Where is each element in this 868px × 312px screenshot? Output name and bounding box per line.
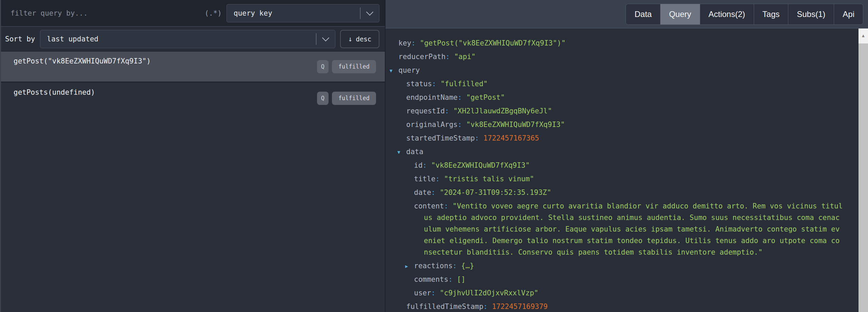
tree-key: data <box>406 148 423 156</box>
tree-value: "c9jhvUlI2dOjxvRxxlVzp" <box>440 289 538 297</box>
select-divider <box>360 7 360 19</box>
tree-colon: : <box>453 262 457 270</box>
scrollbar[interactable]: ▲ <box>859 29 868 312</box>
sort-field-select[interactable]: last updated <box>40 30 335 48</box>
tree-value: "Ventito voveo aegre curto avaritia blan… <box>424 202 843 256</box>
tree-key: date <box>414 188 431 197</box>
tree-key: endpointName <box>406 93 458 102</box>
tree-key: content <box>414 202 444 210</box>
tree-row-content: content: "Ventito voveo aegre curto avar… <box>386 200 843 258</box>
expander-expanded-icon[interactable]: ▼ <box>397 146 400 158</box>
tree-colon: : <box>444 202 449 210</box>
rtk-query-devtools: (.*) query key Sort by last updated ↓ de… <box>0 0 868 312</box>
tree-colon: : <box>432 80 436 88</box>
sort-direction-label: desc <box>356 35 371 43</box>
tree-colon: : <box>435 175 440 183</box>
tree-value: [] <box>457 275 465 283</box>
tab-actions[interactable]: Actions(2) <box>700 4 754 24</box>
tree-value: "vk8EeZXWHIQuWD7fXq9I3" <box>466 121 565 129</box>
badges: Q fulfilled <box>317 52 376 81</box>
filter-by-select-value: query key <box>227 9 360 17</box>
tree-row-reducerPath: reducerPath: "api" <box>386 51 843 62</box>
tree-key: requestId <box>406 107 445 115</box>
tree-row-comments: comments: [] <box>386 274 843 285</box>
tree-colon: : <box>411 39 416 47</box>
query-label: getPosts(undefined) <box>14 88 95 96</box>
tree-value: "api" <box>454 53 475 61</box>
tab-strip: Data Query Actions(2) Tags Subs(1) Api <box>386 0 868 29</box>
tab-data[interactable]: Data <box>626 4 660 24</box>
tree-row-requestId: requestId: "XH2lJlauwdZBgqBNy6eJl" <box>386 105 843 117</box>
chevron-down-icon <box>322 34 329 41</box>
chevron-down-icon <box>366 8 373 16</box>
query-list: getPost("vk8EeZXWHIQuWD7fXq9I3") Q fulfi… <box>1 51 385 312</box>
tab-subs[interactable]: Subs(1) <box>788 4 834 24</box>
tree-row-reactions[interactable]: ▶ reactions: {…} <box>386 260 843 272</box>
regex-toggle-button[interactable]: (.*) <box>204 9 222 17</box>
tab-query[interactable]: Query <box>660 4 699 24</box>
scrollbar-up-icon[interactable]: ▲ <box>859 29 868 42</box>
query-list-item-getPosts[interactable]: getPosts(undefined) Q fulfilled <box>1 82 385 113</box>
query-status-badge: fulfilled <box>332 60 376 73</box>
tree-colon: : <box>484 302 488 311</box>
json-tree: key: "getPost("vk8EeZXWHIQuWD7fXq9I3")" … <box>386 29 859 312</box>
expander-collapsed-icon[interactable]: ▶ <box>405 260 408 272</box>
tree-key: originalArgs <box>406 121 458 129</box>
tab-tags[interactable]: Tags <box>754 4 788 24</box>
tab-group: Data Query Actions(2) Tags Subs(1) Api <box>626 4 863 25</box>
sort-bar: Sort by last updated ↓ desc <box>1 27 385 51</box>
tab-api[interactable]: Api <box>834 4 863 24</box>
query-type-badge: Q <box>317 60 329 73</box>
tree-key: title <box>414 175 435 183</box>
filter-by-select[interactable]: query key <box>226 4 379 22</box>
tree-row-originalArgs: originalArgs: "vk8EeZXWHIQuWD7fXq9I3" <box>386 119 843 130</box>
scrollbar-thumb[interactable] <box>859 43 868 312</box>
query-inspector: key: "getPost("vk8EeZXWHIQuWD7fXq9I3")" … <box>386 29 868 312</box>
tree-row-data[interactable]: ▼ data <box>386 146 843 158</box>
tree-colon: : <box>445 107 449 115</box>
tree-key: reducerPath <box>398 53 446 61</box>
tree-key: key <box>398 39 411 47</box>
query-label: getPost("vk8EeZXWHIQuWD7fXq9I3") <box>14 57 151 65</box>
tree-row-user: user: "c9jhvUlI2dOjxvRxxlVzp" <box>386 287 843 299</box>
tree-value: "fulfilled" <box>440 80 488 88</box>
tree-row-key: key: "getPost("vk8EeZXWHIQuWD7fXq9I3")" <box>386 37 843 49</box>
tree-row-status: status: "fulfilled" <box>386 78 843 90</box>
tree-row-query[interactable]: ▼ query <box>386 65 843 76</box>
tree-value: "tristis talis vinum" <box>444 175 534 183</box>
tree-colon: : <box>448 275 453 283</box>
query-type-badge: Q <box>317 92 329 105</box>
tree-colon: : <box>446 53 450 61</box>
filter-bar: (.*) query key <box>1 0 385 27</box>
tree-value: "XH2lJlauwdZBgqBNy6eJl" <box>453 107 552 115</box>
arrow-down-icon: ↓ <box>348 35 353 43</box>
tree-row-endpointName: endpointName: "getPost" <box>386 92 843 103</box>
badges: Q fulfilled <box>317 83 376 113</box>
tree-value: 1722457167365 <box>484 134 539 142</box>
tree-row-fulfilledTimeStamp: fulfilledTimeStamp: 1722457169379 <box>386 301 843 312</box>
inspector-panel: Data Query Actions(2) Tags Subs(1) Api k… <box>386 0 868 312</box>
filter-query-input[interactable] <box>11 9 204 17</box>
query-list-item-getPost[interactable]: getPost("vk8EeZXWHIQuWD7fXq9I3") Q fulfi… <box>1 51 385 82</box>
tree-colon: : <box>431 188 436 197</box>
tree-row-title: title: "tristis talis vinum" <box>386 173 843 185</box>
tree-key: fulfilledTimeStamp <box>406 302 484 311</box>
tree-row-startedTimeStamp: startedTimeStamp: 1722457167365 <box>386 132 843 144</box>
tree-value: "vk8EeZXWHIQuWD7fXq9I3" <box>431 161 530 169</box>
tree-key: user <box>414 289 431 297</box>
tree-key: query <box>398 66 420 74</box>
tree-value: "2024-07-31T09:52:35.193Z" <box>440 188 551 197</box>
tree-colon: : <box>431 289 436 297</box>
tree-colon: : <box>458 121 462 129</box>
tree-key: id <box>414 161 422 169</box>
sort-direction-button[interactable]: ↓ desc <box>340 30 379 48</box>
tree-row-date: date: "2024-07-31T09:52:35.193Z" <box>386 187 843 198</box>
tree-value: 1722457169379 <box>492 302 548 311</box>
query-status-badge: fulfilled <box>332 92 376 105</box>
expander-expanded-icon[interactable]: ▼ <box>390 65 392 76</box>
tree-colon: : <box>422 161 427 169</box>
tree-key: startedTimeStamp <box>406 134 475 142</box>
tree-value: "getPost" <box>466 93 505 102</box>
tree-colon: : <box>475 134 479 142</box>
tree-value: {…} <box>461 262 474 270</box>
